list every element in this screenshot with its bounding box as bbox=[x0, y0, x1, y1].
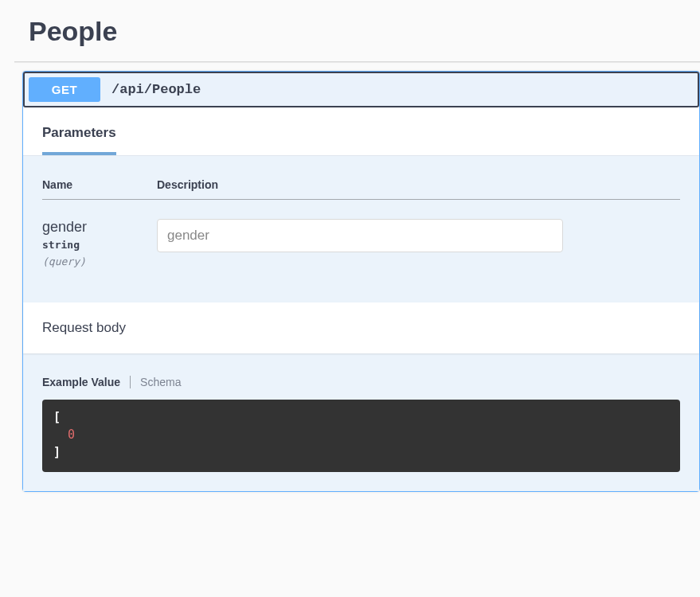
column-header-description: Description bbox=[157, 178, 218, 191]
column-header-name: Name bbox=[42, 178, 157, 191]
param-input-gender[interactable] bbox=[157, 219, 563, 252]
code-bracket-open: [ bbox=[53, 410, 61, 424]
tab-parameters[interactable]: Parameters bbox=[42, 125, 116, 155]
method-badge: GET bbox=[29, 77, 100, 102]
example-code-block[interactable]: [ 0 ] bbox=[42, 400, 680, 472]
param-in: (query) bbox=[42, 256, 157, 267]
request-body-label: Request body bbox=[42, 320, 126, 335]
divider bbox=[14, 61, 700, 63]
operation-block: GET /api/People Parameters Name Descript… bbox=[22, 71, 700, 492]
operation-body: Parameters Name Description gender strin… bbox=[23, 107, 699, 491]
request-body-header: Request body bbox=[23, 302, 699, 353]
example-tabs: Example Value Schema bbox=[42, 376, 680, 388]
code-value: 0 bbox=[68, 427, 75, 442]
parameters-section: Name Description gender string (query) bbox=[23, 155, 699, 302]
table-row: gender string (query) bbox=[42, 219, 680, 267]
code-bracket-close: ] bbox=[53, 445, 61, 459]
operation-summary[interactable]: GET /api/People bbox=[23, 72, 699, 107]
operation-path: /api/People bbox=[111, 82, 201, 97]
tab-schema[interactable]: Schema bbox=[140, 376, 181, 388]
param-type: string bbox=[42, 239, 157, 251]
params-table-head: Name Description bbox=[42, 178, 680, 200]
tab-example-value[interactable]: Example Value bbox=[42, 376, 120, 388]
page-title: People bbox=[29, 16, 700, 47]
tab-header: Parameters bbox=[23, 107, 699, 155]
tab-divider bbox=[130, 376, 131, 388]
example-section: Example Value Schema [ 0 ] bbox=[23, 353, 699, 491]
param-name: gender bbox=[42, 219, 157, 236]
